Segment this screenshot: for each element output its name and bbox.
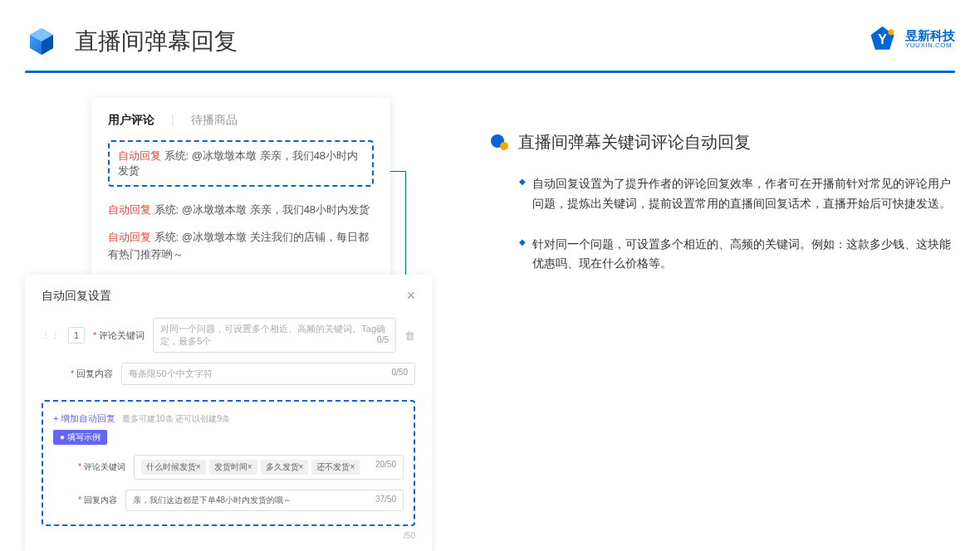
tab-user-comments[interactable]: 用户评论 — [108, 113, 154, 128]
trailing-count: /50 — [42, 526, 415, 540]
example-content-row: *回复内容 亲，我们这边都是下单48小时内发货的哦～37/50 — [53, 485, 404, 516]
tab-pending-goods[interactable]: 待播商品 — [191, 113, 238, 128]
content-input[interactable]: 每条限50个中文字符 0/50 — [121, 363, 415, 385]
bullet-item: 自动回复设置为了提升作者的评论回复效率，作者可在开播前针对常见的评论用户问题，提… — [519, 174, 955, 214]
example-keyword-row: *评论关键词 什么时候发货×发货时间×多久发货×还不发货× 20/50 — [53, 450, 404, 485]
settings-modal: 自动回复设置 × ⋮⋮ 1 *评论关键词 对同一个问题，可设置多个相近、高频的关… — [25, 275, 432, 551]
keyword-label: *评论关键词 — [93, 329, 145, 342]
modal-title-text: 自动回复设置 — [42, 289, 111, 304]
add-hint: 最多可建10条 还可以创建9条 — [122, 414, 229, 423]
content-label: *回复内容 — [71, 368, 113, 380]
keyword-tag[interactable]: 多久发货× — [261, 460, 309, 475]
keyword-tag[interactable]: 还不发货× — [311, 460, 360, 475]
screenshot-column: 用户评论 | 待播商品 自动回复 系统: @冰墩墩本墩 亲亲，我们48小时内发货… — [25, 98, 457, 551]
comment-row: 自动回复 系统: @冰墩墩本墩 亲亲，我们48小时内发货 — [108, 197, 374, 224]
ex-keyword-input[interactable]: 什么时候发货×发货时间×多久发货×还不发货× 20/50 — [134, 455, 404, 480]
modal-header: 自动回复设置 × — [42, 287, 415, 313]
brand-icon: Y — [868, 25, 897, 54]
highlighted-comment: 自动回复 系统: @冰墩墩本墩 亲亲，我们48小时内发货 — [108, 140, 374, 187]
ex-content-input[interactable]: 亲，我们这边都是下单48小时内发货的哦～37/50 — [125, 490, 404, 511]
auto-reply-tag: 自动回复 — [108, 203, 151, 216]
bubble-icon — [490, 133, 510, 153]
brand-logo: Y 昱新科技 YUUXIN.COM — [868, 25, 955, 54]
example-badge: ● 填写示例 — [53, 430, 107, 445]
tabs: 用户评论 | 待播商品 — [108, 113, 374, 128]
svg-point-3 — [500, 142, 508, 150]
auto-reply-tag: 自动回复 — [108, 231, 151, 243]
comments-panel: 用户评论 | 待播商品 自动回复 系统: @冰墩墩本墩 亲亲，我们48小时内发货… — [91, 98, 390, 283]
keyword-tag[interactable]: 什么时候发货× — [141, 460, 206, 475]
svg-point-1 — [889, 29, 894, 35]
comment-row: 自动回复 系统: @冰墩墩本墩 关注我们的店铺，每日都有热门推荐哟～ — [108, 224, 374, 269]
svg-text:Y: Y — [878, 32, 887, 46]
auto-reply-tag: 自动回复 — [118, 149, 161, 162]
keyword-tag[interactable]: 发货时间× — [209, 460, 257, 475]
row-number: 1 — [68, 327, 85, 344]
header-divider — [25, 71, 955, 73]
page-header: 直播间弹幕回复 — [0, 0, 980, 71]
description-column: 直播间弹幕关键词评论自动回复 自动回复设置为了提升作者的评论回复效率，作者可在开… — [490, 98, 955, 551]
form-row-content: *回复内容 每条限50个中文字符 0/50 — [42, 358, 415, 390]
drag-icon[interactable]: ⋮⋮ — [42, 330, 60, 341]
tab-separator: | — [171, 113, 174, 128]
comment-text: 系统: @冰墩墩本墩 亲亲，我们48小时内发货 — [151, 203, 370, 216]
ex-keyword-label: *评论关键词 — [78, 461, 125, 473]
connector-line — [390, 171, 405, 172]
brand-name-en: YUUXIN.COM — [905, 42, 955, 50]
add-reply-link[interactable]: + 增加自动回复 — [53, 413, 115, 423]
form-row-keyword: ⋮⋮ 1 *评论关键词 对同一个问题，可设置多个相近、高频的关键词。Tag确定，… — [42, 313, 415, 358]
bullet-item: 针对同一个问题，可设置多个相近的、高频的关键词。例如：这款多少钱、这块能优惠吗、… — [519, 235, 955, 275]
delete-icon[interactable]: 🗑 — [404, 329, 415, 342]
brand-name-cn: 昱新科技 — [905, 29, 955, 43]
bullet-list: 自动回复设置为了提升作者的评论回复效率，作者可在开播前针对常见的评论用户问题，提… — [490, 174, 955, 274]
page-title: 直播间弹幕回复 — [75, 26, 238, 57]
close-icon[interactable]: × — [406, 287, 415, 305]
section-title: 直播间弹幕关键词评论自动回复 — [518, 131, 751, 154]
ex-content-label: *回复内容 — [78, 495, 117, 506]
example-section: + 增加自动回复最多可建10条 还可以创建9条 ● 填写示例 *评论关键词 什么… — [42, 400, 415, 526]
keyword-input[interactable]: 对同一个问题，可设置多个相近、高频的关键词。Tag确定，最多5个 0/5 — [153, 318, 396, 353]
cube-icon — [25, 25, 58, 58]
section-header: 直播间弹幕关键词评论自动回复 — [490, 131, 955, 154]
